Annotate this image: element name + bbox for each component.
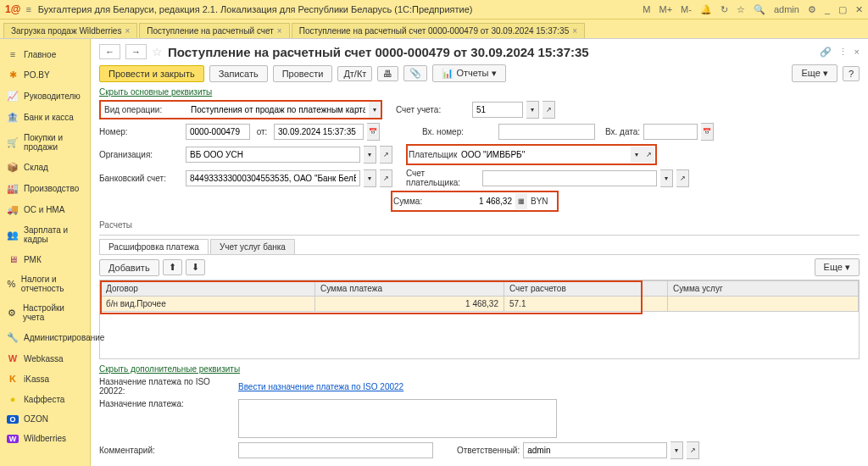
subtab-bank-services[interactable]: Учет услуг банка (210, 239, 295, 254)
comment-input[interactable] (238, 442, 433, 458)
tab-close-icon[interactable]: × (572, 26, 577, 36)
org-open[interactable]: ↗ (380, 146, 392, 164)
menu-icon[interactable]: ≡ (25, 4, 31, 14)
nav-fwd[interactable]: → (125, 44, 147, 59)
col-sum[interactable]: Сумма платежа (315, 281, 504, 297)
move-up-button[interactable]: ⬆ (163, 259, 182, 275)
col-acc[interactable]: Счет расчетов (504, 281, 668, 297)
optype-input[interactable] (187, 103, 369, 117)
account-dropdown[interactable]: ▾ (526, 101, 539, 119)
sidebar-item-webkassa[interactable]: WWebkassa (0, 348, 90, 369)
sidebar-item-tax[interactable]: %Налоги и отчетность (0, 269, 90, 298)
sidebar-item-wildberries[interactable]: WWildberries (0, 429, 90, 448)
purpose-textarea[interactable] (238, 399, 557, 438)
sidebar-item-ikassa[interactable]: KiKassa (0, 369, 90, 389)
sidebar-item-manager[interactable]: 📈Руководителю (0, 86, 90, 107)
bankacc-input[interactable] (186, 170, 360, 186)
tab-incoming-list[interactable]: Поступление на расчетный счет× (139, 23, 289, 38)
payer-input[interactable] (458, 147, 631, 162)
account-input[interactable] (472, 102, 523, 118)
table-row[interactable]: б/н вид.Прочее 1 468,32 57.1 (101, 297, 859, 312)
org-input[interactable] (186, 147, 360, 163)
history-icon[interactable]: ↻ (721, 4, 728, 15)
sidebar-item-rmk[interactable]: 🖥РМК (0, 249, 90, 269)
sidebar-item-admin[interactable]: 🔧Администрирование (0, 327, 90, 348)
window-close-icon[interactable]: × (854, 47, 860, 58)
incdate-input[interactable] (643, 124, 698, 140)
date-input[interactable] (274, 124, 364, 140)
responsible-open[interactable]: ↗ (687, 441, 699, 459)
responsible-input[interactable] (523, 442, 667, 458)
number-input[interactable] (186, 124, 250, 140)
subtab-breakdown[interactable]: Расшифровка платежа (99, 239, 209, 254)
col-services[interactable]: Сумма услуг (668, 281, 859, 297)
cell-acc[interactable]: 57.1 (504, 297, 668, 312)
maximize-icon[interactable]: ▢ (838, 4, 847, 15)
col-contract[interactable]: Договор (101, 281, 315, 297)
sidebar-item-ozon[interactable]: OOZON (0, 409, 90, 429)
bankacc-dropdown[interactable]: ▾ (364, 169, 376, 187)
date-picker[interactable]: 📅 (367, 123, 380, 141)
tool-mminus[interactable]: M- (681, 4, 692, 14)
payeracc-input[interactable] (482, 170, 657, 186)
optype-dropdown[interactable]: ▾ (369, 102, 381, 118)
cell-contract[interactable]: б/н вид.Прочее (101, 297, 315, 312)
account-open[interactable]: ↗ (542, 101, 555, 119)
sidebar-item-sales[interactable]: 🛒Покупки и продажи (0, 128, 90, 157)
payeracc-dropdown[interactable]: ▾ (660, 169, 673, 187)
grid-more-button[interactable]: Еще ▾ (815, 258, 860, 276)
print-button[interactable]: 🖶 (377, 66, 398, 81)
sidebar-item-prod[interactable]: 🏭Производство (0, 178, 90, 199)
dt-kt-button[interactable]: Дт/Кт (337, 66, 372, 81)
sum-calc[interactable]: ▦ (515, 193, 527, 209)
post-and-close-button[interactable]: Провести и закрыть (99, 65, 204, 82)
sidebar-item-poby[interactable]: ✱PO.BY (0, 64, 90, 86)
hide-extra-link[interactable]: Скрыть дополнительные реквизиты (99, 364, 240, 374)
sidebar-item-assets[interactable]: 🚚ОС и НМА (0, 199, 90, 220)
cell-sum[interactable]: 1 468,32 (315, 297, 504, 312)
minimize-icon[interactable]: _ (825, 4, 830, 14)
favorite-icon[interactable]: ☆ (737, 4, 745, 15)
tab-close-icon[interactable]: × (277, 26, 282, 36)
nav-back[interactable]: ← (99, 44, 120, 59)
cell-usl[interactable] (668, 297, 859, 312)
help-button[interactable]: ? (843, 66, 860, 81)
tool-mplus[interactable]: M+ (659, 4, 672, 14)
window-menu-icon[interactable]: ⋮ (838, 47, 848, 58)
more-button[interactable]: Еще ▾ (792, 64, 837, 82)
bankacc-open[interactable]: ↗ (380, 169, 392, 187)
post-button[interactable]: Провести (273, 65, 333, 82)
incdate-picker[interactable]: 📅 (701, 123, 714, 141)
close-icon[interactable]: ✕ (855, 4, 863, 15)
sidebar-item-hr[interactable]: 👥Зарплата и кадры (0, 220, 90, 249)
save-button[interactable]: Записать (209, 65, 268, 82)
sidebar-item-main[interactable]: ≡Главное (0, 44, 90, 64)
payer-open[interactable]: ↗ (643, 147, 654, 163)
sidebar-item-stock[interactable]: 📦Склад (0, 157, 90, 178)
payer-dropdown[interactable]: ▾ (631, 147, 643, 163)
payment-grid[interactable]: Договор Сумма платежа Счет расчетов Сумм… (99, 280, 860, 359)
responsible-dropdown[interactable]: ▾ (670, 441, 683, 459)
tab-incoming-doc[interactable]: Поступление на расчетный счет 0000-00047… (292, 23, 585, 38)
settings-icon[interactable]: ⚙ (808, 4, 816, 15)
add-row-button[interactable]: Добавить (99, 259, 159, 276)
incnum-input[interactable] (498, 124, 595, 140)
payeracc-open[interactable]: ↗ (676, 169, 689, 187)
sum-input[interactable] (442, 194, 515, 208)
attach-button[interactable]: 📎 (403, 65, 427, 81)
tool-m[interactable]: M (643, 4, 650, 14)
sidebar-item-settings[interactable]: ⚙Настройки учета (0, 298, 90, 327)
link-icon[interactable]: 🔗 (820, 47, 832, 58)
tab-close-icon[interactable]: × (125, 26, 130, 36)
sidebar-item-bank[interactable]: 🏦Банк и касса (0, 107, 90, 128)
move-down-button[interactable]: ⬇ (186, 259, 205, 275)
sidebar-item-kaffesta[interactable]: ●Каффеста (0, 389, 90, 409)
hide-main-link[interactable]: Скрыть основные реквизиты (99, 87, 212, 97)
org-dropdown[interactable]: ▾ (364, 146, 376, 164)
purpose-iso-link[interactable]: Ввести назначение платежа по ISO 20022 (238, 382, 403, 391)
tab-wb-load[interactable]: Загрузка продаж Wildberries× (3, 23, 137, 38)
reports-button[interactable]: 📊 Отчеты ▾ (432, 64, 505, 82)
bell-icon[interactable]: 🔔 (700, 4, 712, 15)
search-icon[interactable]: 🔍 (754, 4, 765, 15)
favorite-toggle[interactable]: ☆ (152, 45, 163, 58)
